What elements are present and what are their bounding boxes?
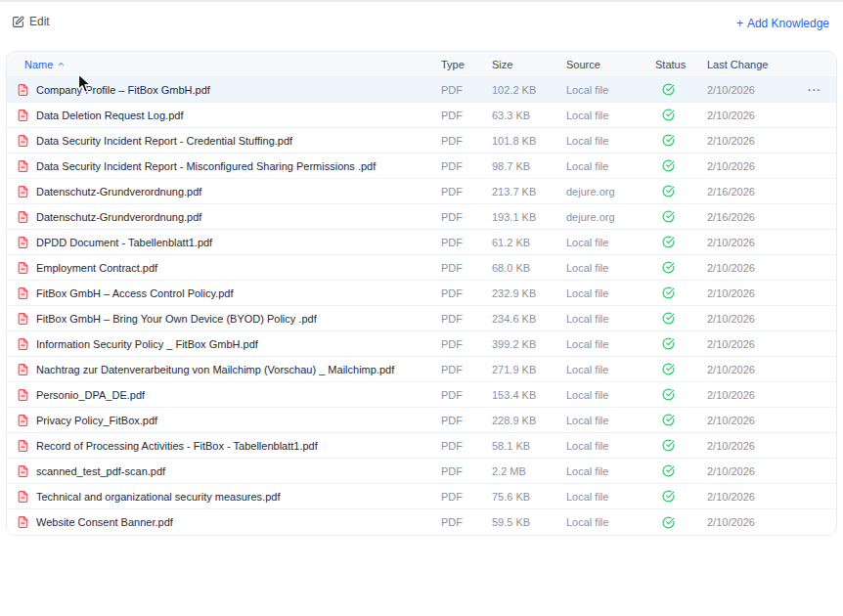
- column-header-source[interactable]: Source: [566, 59, 649, 70]
- file-name-cell[interactable]: Data Security Incident Report - Credenti…: [7, 134, 441, 148]
- file-last-change-cell: 2/10/2026: [700, 364, 793, 375]
- table-row[interactable]: Technical and organizational security me…: [7, 484, 836, 509]
- file-last-change-cell: 2/10/2026: [700, 287, 793, 299]
- file-type-cell: PDF: [441, 84, 492, 96]
- file-name-cell[interactable]: scanned_test_pdf-scan.pdf: [7, 464, 441, 478]
- file-name-cell[interactable]: DPDD Document - Tabellenblatt1.pdf: [7, 236, 441, 249]
- column-header-status[interactable]: Status: [649, 59, 700, 70]
- file-status-cell: [649, 261, 700, 274]
- file-size-cell: 61.2 KB: [492, 237, 566, 248]
- table-row[interactable]: Employment Contract.pdf PDF 68.0 KB Loca…: [7, 255, 836, 281]
- add-knowledge-button[interactable]: + Add Knowledge: [736, 17, 829, 30]
- file-name-label: DPDD Document - Tabellenblatt1.pdf: [36, 237, 212, 248]
- file-name-label: Datenschutz-Grundverordnung.pdf: [36, 211, 201, 223]
- pdf-file-icon: [17, 185, 29, 198]
- file-last-change-cell: 2/10/2026: [700, 313, 793, 325]
- file-last-change-cell: 2/10/2026: [700, 338, 793, 350]
- column-header-size[interactable]: Size: [492, 59, 566, 70]
- file-last-change-cell: 2/10/2026: [700, 389, 793, 401]
- pdf-file-icon: [17, 210, 29, 224]
- file-source-cell: Local file: [566, 364, 649, 375]
- file-source-cell: Local file: [566, 262, 649, 274]
- file-status-cell: [649, 83, 700, 96]
- table-row[interactable]: scanned_test_pdf-scan.pdf PDF 2.2 MB Loc…: [7, 459, 836, 484]
- file-status-cell: [649, 439, 700, 452]
- pdf-file-icon: [17, 515, 29, 529]
- file-source-cell: Local file: [566, 160, 649, 172]
- file-size-cell: 193.1 KB: [492, 211, 566, 223]
- file-name-cell[interactable]: Nachtrag zur Datenverarbeitung von Mailc…: [7, 363, 441, 376]
- file-status-cell: [649, 414, 700, 426]
- file-name-cell[interactable]: Record of Processing Activities - FitBox…: [7, 439, 441, 453]
- file-name-cell[interactable]: Employment Contract.pdf: [7, 261, 441, 275]
- column-header-type[interactable]: Type: [441, 59, 492, 70]
- file-size-cell: 102.2 KB: [492, 84, 566, 96]
- file-size-cell: 75.6 KB: [492, 491, 566, 503]
- status-synced-check-icon: [662, 388, 675, 401]
- file-name-cell[interactable]: Company Profile – FitBox GmbH.pdf: [7, 83, 441, 97]
- column-header-last-change[interactable]: Last Change: [700, 59, 793, 70]
- file-name-cell[interactable]: Datenschutz-Grundverordnung.pdf: [7, 185, 441, 198]
- file-name-label: Technical and organizational security me…: [36, 491, 280, 503]
- file-name-cell[interactable]: Technical and organizational security me…: [7, 490, 441, 504]
- column-header-name-label: Name: [24, 59, 53, 70]
- file-name-cell[interactable]: FitBox GmbH – Access Control Policy.pdf: [7, 286, 441, 300]
- table-row[interactable]: Website Consent Banner.pdf PDF 59.5 KB L…: [7, 509, 836, 535]
- file-type-cell: PDF: [441, 237, 492, 248]
- table-row[interactable]: Data Security Incident Report - Misconfi…: [7, 154, 836, 179]
- file-size-cell: 63.3 KB: [492, 110, 566, 121]
- table-row[interactable]: Data Deletion Request Log.pdf PDF 63.3 K…: [7, 103, 836, 128]
- table-row[interactable]: Nachtrag zur Datenverarbeitung von Mailc…: [7, 357, 836, 382]
- table-row[interactable]: FitBox GmbH – Bring Your Own Device (BYO…: [7, 306, 836, 331]
- file-name-cell[interactable]: Datenschutz-Grundverordnung.pdf: [7, 210, 441, 224]
- file-status-cell: [649, 210, 700, 223]
- file-type-cell: PDF: [441, 262, 492, 274]
- file-name-cell[interactable]: FitBox GmbH – Bring Your Own Device (BYO…: [7, 312, 441, 326]
- file-type-cell: PDF: [441, 465, 492, 477]
- file-last-change-cell: 2/16/2026: [700, 186, 793, 198]
- table-row[interactable]: Datenschutz-Grundverordnung.pdf PDF 213.…: [7, 179, 836, 204]
- status-synced-check-icon: [662, 83, 675, 96]
- file-last-change-cell: 2/10/2026: [700, 415, 793, 426]
- table-row[interactable]: Privacy Policy_FitBox.pdf PDF 228.9 KB L…: [7, 408, 836, 433]
- file-status-cell: [649, 337, 700, 350]
- pdf-file-icon: [17, 286, 29, 300]
- file-last-change-cell: 2/10/2026: [700, 237, 793, 248]
- file-type-cell: PDF: [441, 440, 492, 452]
- edit-button-label: Edit: [29, 15, 50, 28]
- file-name-label: Website Consent Banner.pdf: [36, 516, 173, 528]
- file-source-cell: Local file: [566, 465, 649, 477]
- status-synced-check-icon: [662, 490, 675, 503]
- sort-ascending-icon: [57, 60, 66, 68]
- table-row[interactable]: FitBox GmbH – Access Control Policy.pdf …: [7, 281, 836, 306]
- file-name-cell[interactable]: Privacy Policy_FitBox.pdf: [7, 414, 441, 427]
- column-header-name[interactable]: Name: [7, 59, 441, 70]
- file-size-cell: 101.8 KB: [492, 135, 566, 147]
- table-row[interactable]: DPDD Document - Tabellenblatt1.pdf PDF 6…: [7, 230, 836, 255]
- table-row[interactable]: Record of Processing Activities - FitBox…: [7, 433, 836, 459]
- file-name-label: Employment Contract.pdf: [36, 262, 157, 274]
- table-row[interactable]: Company Profile – FitBox GmbH.pdf PDF 10…: [7, 77, 836, 103]
- file-status-cell: [649, 516, 700, 529]
- table-row[interactable]: Information Security Policy _ FitBox Gmb…: [7, 331, 836, 357]
- pdf-file-icon: [17, 464, 29, 478]
- file-name-cell[interactable]: Website Consent Banner.pdf: [7, 515, 441, 529]
- file-name-cell[interactable]: Information Security Policy _ FitBox Gmb…: [7, 337, 441, 351]
- file-name-label: Data Security Incident Report - Misconfi…: [36, 160, 376, 172]
- file-source-cell: Local file: [566, 110, 649, 121]
- pdf-file-icon: [17, 337, 29, 351]
- file-name-cell[interactable]: Personio_DPA_DE.pdf: [7, 388, 441, 402]
- file-status-cell: [649, 363, 700, 375]
- table-row[interactable]: Datenschutz-Grundverordnung.pdf PDF 193.…: [7, 204, 836, 230]
- table-row[interactable]: Personio_DPA_DE.pdf PDF 153.4 KB Local f…: [7, 382, 836, 408]
- row-menu-button[interactable]: ···: [793, 84, 836, 96]
- table-row[interactable]: Data Security Incident Report - Credenti…: [7, 128, 836, 154]
- file-name-cell[interactable]: Data Deletion Request Log.pdf: [7, 109, 441, 122]
- edit-button[interactable]: Edit: [12, 15, 50, 28]
- pdf-file-icon: [17, 312, 29, 326]
- file-source-cell: Local file: [566, 237, 649, 248]
- file-name-cell[interactable]: Data Security Incident Report - Misconfi…: [7, 159, 441, 173]
- file-source-cell: dejure.org: [566, 186, 649, 198]
- file-status-cell: [649, 236, 700, 248]
- file-size-cell: 68.0 KB: [492, 262, 566, 274]
